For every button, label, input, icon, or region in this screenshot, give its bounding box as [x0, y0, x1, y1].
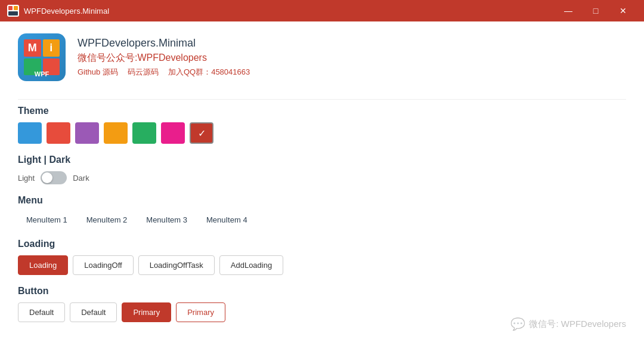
swatch-pink[interactable] [161, 122, 185, 144]
default-button-2[interactable]: Default [70, 302, 117, 322]
divider-1 [18, 99, 626, 100]
svg-rect-1 [14, 6, 18, 10]
primary-button-1[interactable]: Primary [122, 302, 171, 322]
app-title: WPFDevelopers.Minimal [78, 37, 250, 50]
toggle-row: Light Dark [18, 171, 626, 184]
loading-off-task-button[interactable]: LoadingOffTask [138, 255, 215, 275]
button-title: Button [18, 286, 626, 297]
menu-item-2[interactable]: MenuItem 2 [78, 212, 136, 228]
theme-section: Theme ✓ [18, 106, 626, 144]
close-button[interactable]: ✕ [609, 0, 637, 21]
swatch-orange[interactable] [104, 122, 128, 144]
window-title: WPFDevelopers.Minimal [24, 7, 555, 16]
menu-section: Menu MenuItem 1 MenuItem 2 MenuItem 3 Me… [18, 195, 626, 228]
theme-swatches: ✓ [18, 122, 626, 144]
app-subtitle: 微信号公众号:WPFDevelopers [78, 52, 250, 64]
menu-item-4[interactable]: MenuItem 4 [198, 212, 256, 228]
light-dark-title: Light | Dark [18, 155, 626, 165]
logo-i: i [43, 39, 60, 57]
svg-rect-0 [8, 6, 13, 10]
swatch-darkred[interactable]: ✓ [190, 122, 213, 144]
header-info: WPFDevelopers.Minimal 微信号公众号:WPFDevelope… [78, 37, 250, 78]
app-icon [7, 5, 19, 17]
menu-item-1[interactable]: MenuItem 1 [18, 212, 76, 228]
svg-rect-2 [8, 11, 18, 16]
button-row: Default Default Primary Primary [18, 302, 626, 322]
button-section: Button Default Default Primary Primary [18, 286, 626, 322]
swatch-check-icon: ✓ [198, 128, 206, 139]
maximize-button[interactable]: □ [582, 0, 609, 21]
swatch-blue[interactable] [18, 122, 42, 144]
add-loading-button[interactable]: AddLoading [219, 255, 283, 275]
theme-title: Theme [18, 106, 626, 116]
menu-item-3[interactable]: MenuItem 3 [138, 212, 196, 228]
app-logo: M i WPF [18, 33, 66, 81]
swatch-red[interactable] [47, 122, 70, 144]
primary-button-2[interactable]: Primary [176, 302, 225, 322]
content-area: M i WPF WPFDevelopers.Minimal 微信号公众号:WPF… [0, 21, 644, 349]
app-links: Github 源码 码云源码 加入QQ群：458041663 [78, 67, 250, 78]
loading-section: Loading Loading LoadingOff LoadingOffTas… [18, 239, 626, 275]
light-label: Light [18, 174, 35, 183]
default-button-1[interactable]: Default [18, 302, 65, 322]
header-section: M i WPF WPFDevelopers.Minimal 微信号公众号:WPF… [18, 33, 626, 81]
window-controls: — □ ✕ [555, 0, 637, 21]
title-bar: WPFDevelopers.Minimal — □ ✕ [0, 0, 644, 21]
mayun-link[interactable]: 码云源码 [128, 67, 159, 78]
loading-button[interactable]: Loading [18, 255, 68, 275]
logo-wpf-text: WPF [18, 70, 66, 78]
light-dark-section: Light | Dark Light Dark [18, 155, 626, 184]
swatch-purple[interactable] [75, 122, 99, 144]
loading-off-button[interactable]: LoadingOff [73, 255, 133, 275]
minimize-button[interactable]: — [555, 0, 582, 21]
github-link[interactable]: Github 源码 [78, 67, 118, 78]
loading-title: Loading [18, 239, 626, 249]
toggle-thumb [42, 172, 52, 183]
swatch-green[interactable] [132, 122, 156, 144]
main-window: WPFDevelopers.Minimal — □ ✕ M i WPF WPFD… [0, 0, 644, 349]
dark-label: Dark [73, 174, 89, 183]
qq-link[interactable]: 加入QQ群：458041663 [168, 67, 250, 78]
menu-items: MenuItem 1 MenuItem 2 MenuItem 3 MenuIte… [18, 212, 626, 228]
menu-title: Menu [18, 195, 626, 206]
theme-toggle[interactable] [41, 171, 67, 184]
logo-m: M [24, 39, 41, 57]
loading-buttons: Loading LoadingOff LoadingOffTask AddLoa… [18, 255, 626, 275]
